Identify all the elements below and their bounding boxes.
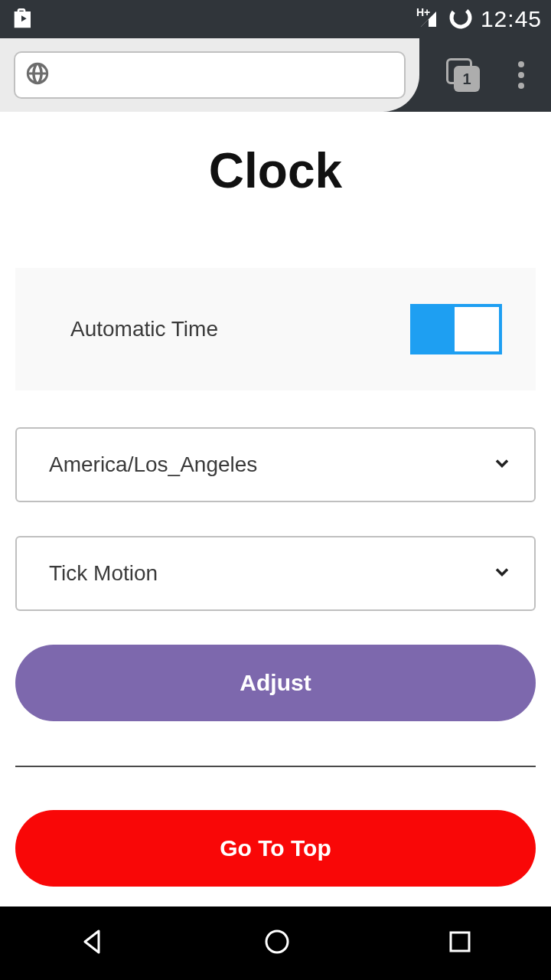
adjust-button[interactable]: Adjust	[15, 645, 536, 721]
svg-text:H+: H+	[416, 7, 430, 18]
page-content: Clock Automatic Time America/Los_Angeles…	[0, 142, 551, 887]
motion-select[interactable]: Tick Motion	[15, 536, 536, 611]
back-button[interactable]	[76, 925, 109, 962]
browser-toolbar: 1	[0, 38, 551, 112]
home-button[interactable]	[260, 925, 294, 962]
svg-point-3	[266, 931, 288, 952]
overflow-menu-button[interactable]	[518, 61, 524, 89]
chevron-down-icon	[491, 452, 513, 477]
divider	[15, 766, 536, 767]
motion-value: Tick Motion	[49, 561, 158, 586]
go-to-top-label: Go To Top	[220, 835, 331, 861]
automatic-time-toggle[interactable]	[410, 304, 502, 354]
tab-count: 1	[454, 66, 480, 92]
android-status-bar: H+ 12:45	[0, 0, 551, 38]
url-bar[interactable]	[14, 51, 406, 99]
svg-rect-4	[451, 933, 469, 951]
svg-point-2	[448, 5, 473, 30]
chevron-down-icon	[491, 561, 513, 586]
network-hplus-icon: H+	[416, 7, 441, 31]
go-to-top-button[interactable]: Go To Top	[15, 810, 536, 887]
timezone-value: America/Los_Angeles	[49, 452, 257, 477]
automatic-time-row: Automatic Time	[15, 268, 536, 390]
tabs-button[interactable]: 1	[446, 58, 480, 92]
page-title: Clock	[15, 142, 536, 199]
overview-button[interactable]	[445, 926, 475, 960]
timezone-select[interactable]: America/Los_Angeles	[15, 427, 536, 502]
adjust-button-label: Adjust	[240, 670, 311, 696]
toggle-knob	[455, 307, 499, 351]
play-store-icon	[9, 5, 34, 33]
loading-spinner-icon	[448, 5, 473, 33]
android-nav-bar	[0, 906, 551, 980]
status-time: 12:45	[481, 6, 542, 32]
globe-icon	[24, 60, 51, 90]
automatic-time-label: Automatic Time	[70, 317, 218, 341]
